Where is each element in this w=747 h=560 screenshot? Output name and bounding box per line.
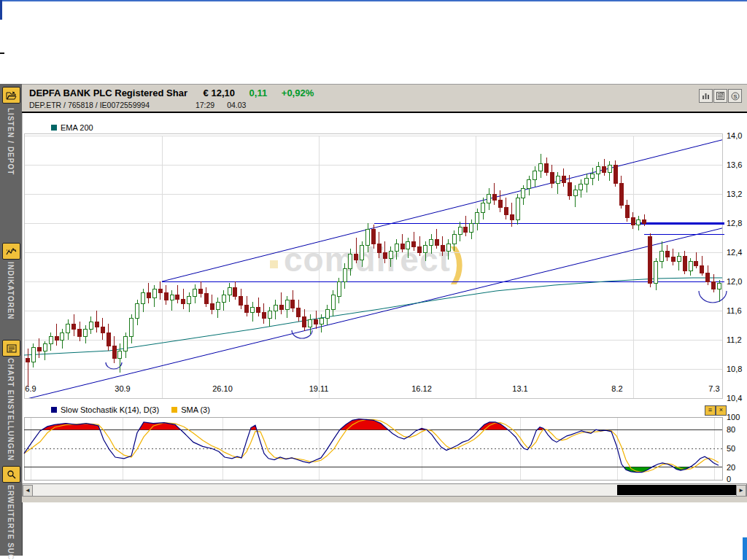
search-icon[interactable]: [2, 466, 20, 483]
sidebar-item-indikatoren[interactable]: INDIKATOREN: [7, 262, 15, 320]
instrument-subtitle: DEP.ETR / 765818 / IE0072559994 17:29 04…: [29, 101, 246, 109]
indicators-icon[interactable]: [2, 243, 20, 260]
ema-legend: EMA 200: [51, 123, 93, 132]
stoch-sma-swatch: [171, 407, 177, 413]
quote-date: 04.03: [227, 101, 246, 109]
chart-settings-icon[interactable]: [2, 340, 20, 357]
sidebar-item-listen-depot[interactable]: LISTEN / DEPOT: [7, 108, 15, 175]
bar-chart-icon[interactable]: [699, 89, 713, 103]
comdirect-watermark: comdirect): [270, 238, 465, 285]
scroll-left-arrow[interactable]: ◄: [23, 485, 33, 497]
instrument-codes: DEP.ETR / 765818 / IE0072559994: [29, 101, 150, 109]
ema-legend-swatch: [51, 125, 57, 131]
scrollbar-thumb[interactable]: [617, 485, 736, 495]
window-bottom-strip: [22, 497, 747, 502]
folder-icon[interactable]: [2, 87, 20, 104]
stoch-close-button[interactable]: ×: [716, 405, 727, 416]
top-blue-line: [0, 0, 747, 1]
quote-time: 17:29: [196, 101, 214, 109]
watermark-bracket: ): [451, 238, 465, 284]
title-row: DEPFA BANK PLC Registered Shar € 12,10 0…: [29, 88, 314, 98]
price-change-percent: +0,92%: [282, 88, 314, 98]
stray-dash: [0, 52, 4, 54]
stoch-k-swatch: [51, 407, 57, 413]
svg-text:S: S: [733, 93, 738, 100]
stochastic-legend: Slow Stochastik K(14), D(3) SMA (3): [51, 405, 210, 414]
scroll-right-arrow[interactable]: ►: [736, 485, 746, 497]
chart-area: [22, 113, 747, 483]
sidebar-item-chart-einstellungen[interactable]: CHART EINSTELLUNGEN: [7, 358, 15, 461]
price-change: 0,11: [249, 88, 268, 98]
instrument-price: € 12,10: [204, 88, 235, 98]
watermark-square: [270, 260, 278, 268]
instrument-header: DEPFA BANK PLC Registered Shar € 12,10 0…: [22, 84, 747, 113]
instrument-title: DEPFA BANK PLC Registered Shar: [29, 88, 187, 98]
top-left-tick: [0, 0, 2, 20]
time-scrollbar[interactable]: ◄ ►: [22, 483, 747, 497]
left-toolbar: LISTEN / DEPOT INDIKATOREN CHART EINSTEL…: [0, 84, 23, 556]
quote-s-icon[interactable]: S: [728, 89, 742, 103]
sidebar-item-erweiterte-suche[interactable]: ERWEITERTE SUCHE: [7, 485, 15, 560]
news-icon[interactable]: [713, 89, 727, 103]
bottom-right-blue-bar: [743, 537, 747, 560]
stoch-settings-button[interactable]: ≡: [705, 405, 716, 416]
